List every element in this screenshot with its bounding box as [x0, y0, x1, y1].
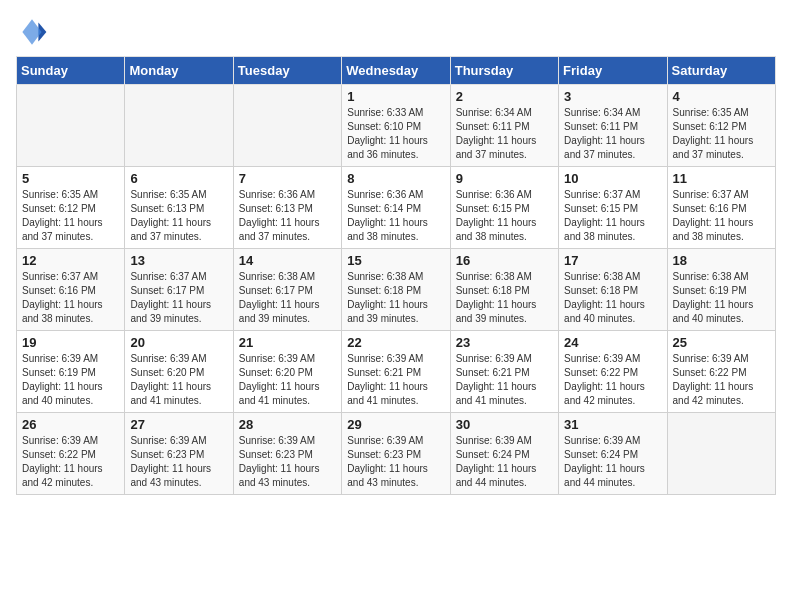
day-info: Sunrise: 6:39 AM Sunset: 6:22 PM Dayligh… [564, 352, 661, 408]
day-info: Sunrise: 6:37 AM Sunset: 6:17 PM Dayligh… [130, 270, 227, 326]
calendar-cell: 2Sunrise: 6:34 AM Sunset: 6:11 PM Daylig… [450, 85, 558, 167]
day-info: Sunrise: 6:37 AM Sunset: 6:15 PM Dayligh… [564, 188, 661, 244]
day-number: 6 [130, 171, 227, 186]
day-number: 26 [22, 417, 119, 432]
calendar-cell: 25Sunrise: 6:39 AM Sunset: 6:22 PM Dayli… [667, 331, 775, 413]
logo [16, 16, 52, 48]
calendar-week-1: 1Sunrise: 6:33 AM Sunset: 6:10 PM Daylig… [17, 85, 776, 167]
day-number: 22 [347, 335, 444, 350]
weekday-header-monday: Monday [125, 57, 233, 85]
calendar-cell: 12Sunrise: 6:37 AM Sunset: 6:16 PM Dayli… [17, 249, 125, 331]
day-info: Sunrise: 6:37 AM Sunset: 6:16 PM Dayligh… [22, 270, 119, 326]
calendar-week-3: 12Sunrise: 6:37 AM Sunset: 6:16 PM Dayli… [17, 249, 776, 331]
day-number: 10 [564, 171, 661, 186]
weekday-header-saturday: Saturday [667, 57, 775, 85]
calendar-week-2: 5Sunrise: 6:35 AM Sunset: 6:12 PM Daylig… [17, 167, 776, 249]
calendar-cell: 11Sunrise: 6:37 AM Sunset: 6:16 PM Dayli… [667, 167, 775, 249]
day-info: Sunrise: 6:38 AM Sunset: 6:18 PM Dayligh… [564, 270, 661, 326]
page-header [16, 16, 776, 48]
calendar-cell: 30Sunrise: 6:39 AM Sunset: 6:24 PM Dayli… [450, 413, 558, 495]
day-info: Sunrise: 6:34 AM Sunset: 6:11 PM Dayligh… [564, 106, 661, 162]
day-info: Sunrise: 6:39 AM Sunset: 6:21 PM Dayligh… [456, 352, 553, 408]
calendar-cell: 1Sunrise: 6:33 AM Sunset: 6:10 PM Daylig… [342, 85, 450, 167]
calendar-cell: 26Sunrise: 6:39 AM Sunset: 6:22 PM Dayli… [17, 413, 125, 495]
weekday-header-wednesday: Wednesday [342, 57, 450, 85]
weekday-header-thursday: Thursday [450, 57, 558, 85]
calendar-cell: 19Sunrise: 6:39 AM Sunset: 6:19 PM Dayli… [17, 331, 125, 413]
logo-icon [16, 16, 48, 48]
weekday-header-friday: Friday [559, 57, 667, 85]
day-info: Sunrise: 6:39 AM Sunset: 6:24 PM Dayligh… [456, 434, 553, 490]
calendar-cell: 18Sunrise: 6:38 AM Sunset: 6:19 PM Dayli… [667, 249, 775, 331]
day-number: 29 [347, 417, 444, 432]
day-info: Sunrise: 6:39 AM Sunset: 6:21 PM Dayligh… [347, 352, 444, 408]
weekday-header-tuesday: Tuesday [233, 57, 341, 85]
day-number: 21 [239, 335, 336, 350]
day-info: Sunrise: 6:35 AM Sunset: 6:13 PM Dayligh… [130, 188, 227, 244]
day-info: Sunrise: 6:39 AM Sunset: 6:24 PM Dayligh… [564, 434, 661, 490]
day-number: 17 [564, 253, 661, 268]
day-number: 16 [456, 253, 553, 268]
day-number: 3 [564, 89, 661, 104]
calendar-cell: 28Sunrise: 6:39 AM Sunset: 6:23 PM Dayli… [233, 413, 341, 495]
calendar-week-4: 19Sunrise: 6:39 AM Sunset: 6:19 PM Dayli… [17, 331, 776, 413]
calendar-cell: 31Sunrise: 6:39 AM Sunset: 6:24 PM Dayli… [559, 413, 667, 495]
day-number: 12 [22, 253, 119, 268]
calendar-cell: 3Sunrise: 6:34 AM Sunset: 6:11 PM Daylig… [559, 85, 667, 167]
calendar-cell: 27Sunrise: 6:39 AM Sunset: 6:23 PM Dayli… [125, 413, 233, 495]
day-number: 8 [347, 171, 444, 186]
day-number: 30 [456, 417, 553, 432]
calendar-cell: 9Sunrise: 6:36 AM Sunset: 6:15 PM Daylig… [450, 167, 558, 249]
day-info: Sunrise: 6:34 AM Sunset: 6:11 PM Dayligh… [456, 106, 553, 162]
day-info: Sunrise: 6:38 AM Sunset: 6:19 PM Dayligh… [673, 270, 770, 326]
calendar-cell [125, 85, 233, 167]
day-info: Sunrise: 6:39 AM Sunset: 6:23 PM Dayligh… [130, 434, 227, 490]
day-number: 28 [239, 417, 336, 432]
day-number: 13 [130, 253, 227, 268]
calendar-cell [17, 85, 125, 167]
calendar-cell: 29Sunrise: 6:39 AM Sunset: 6:23 PM Dayli… [342, 413, 450, 495]
day-number: 11 [673, 171, 770, 186]
day-info: Sunrise: 6:38 AM Sunset: 6:18 PM Dayligh… [347, 270, 444, 326]
day-info: Sunrise: 6:39 AM Sunset: 6:20 PM Dayligh… [130, 352, 227, 408]
day-number: 23 [456, 335, 553, 350]
day-number: 7 [239, 171, 336, 186]
day-number: 19 [22, 335, 119, 350]
calendar-cell: 10Sunrise: 6:37 AM Sunset: 6:15 PM Dayli… [559, 167, 667, 249]
calendar-cell: 16Sunrise: 6:38 AM Sunset: 6:18 PM Dayli… [450, 249, 558, 331]
calendar-cell: 15Sunrise: 6:38 AM Sunset: 6:18 PM Dayli… [342, 249, 450, 331]
calendar-cell: 23Sunrise: 6:39 AM Sunset: 6:21 PM Dayli… [450, 331, 558, 413]
day-number: 15 [347, 253, 444, 268]
calendar-cell: 7Sunrise: 6:36 AM Sunset: 6:13 PM Daylig… [233, 167, 341, 249]
day-info: Sunrise: 6:36 AM Sunset: 6:15 PM Dayligh… [456, 188, 553, 244]
day-info: Sunrise: 6:38 AM Sunset: 6:18 PM Dayligh… [456, 270, 553, 326]
calendar-cell [233, 85, 341, 167]
calendar-table: SundayMondayTuesdayWednesdayThursdayFrid… [16, 56, 776, 495]
day-info: Sunrise: 6:35 AM Sunset: 6:12 PM Dayligh… [673, 106, 770, 162]
calendar-cell: 6Sunrise: 6:35 AM Sunset: 6:13 PM Daylig… [125, 167, 233, 249]
day-number: 4 [673, 89, 770, 104]
calendar-cell: 17Sunrise: 6:38 AM Sunset: 6:18 PM Dayli… [559, 249, 667, 331]
day-info: Sunrise: 6:36 AM Sunset: 6:13 PM Dayligh… [239, 188, 336, 244]
day-number: 18 [673, 253, 770, 268]
day-number: 20 [130, 335, 227, 350]
calendar-week-5: 26Sunrise: 6:39 AM Sunset: 6:22 PM Dayli… [17, 413, 776, 495]
day-number: 14 [239, 253, 336, 268]
day-info: Sunrise: 6:39 AM Sunset: 6:20 PM Dayligh… [239, 352, 336, 408]
day-info: Sunrise: 6:39 AM Sunset: 6:22 PM Dayligh… [673, 352, 770, 408]
calendar-cell: 24Sunrise: 6:39 AM Sunset: 6:22 PM Dayli… [559, 331, 667, 413]
day-info: Sunrise: 6:33 AM Sunset: 6:10 PM Dayligh… [347, 106, 444, 162]
day-info: Sunrise: 6:39 AM Sunset: 6:23 PM Dayligh… [347, 434, 444, 490]
day-number: 9 [456, 171, 553, 186]
day-number: 27 [130, 417, 227, 432]
calendar-cell: 5Sunrise: 6:35 AM Sunset: 6:12 PM Daylig… [17, 167, 125, 249]
calendar-cell [667, 413, 775, 495]
calendar-cell: 14Sunrise: 6:38 AM Sunset: 6:17 PM Dayli… [233, 249, 341, 331]
day-info: Sunrise: 6:35 AM Sunset: 6:12 PM Dayligh… [22, 188, 119, 244]
calendar-cell: 22Sunrise: 6:39 AM Sunset: 6:21 PM Dayli… [342, 331, 450, 413]
day-info: Sunrise: 6:36 AM Sunset: 6:14 PM Dayligh… [347, 188, 444, 244]
day-info: Sunrise: 6:39 AM Sunset: 6:19 PM Dayligh… [22, 352, 119, 408]
weekday-header-sunday: Sunday [17, 57, 125, 85]
calendar-cell: 21Sunrise: 6:39 AM Sunset: 6:20 PM Dayli… [233, 331, 341, 413]
day-info: Sunrise: 6:39 AM Sunset: 6:22 PM Dayligh… [22, 434, 119, 490]
